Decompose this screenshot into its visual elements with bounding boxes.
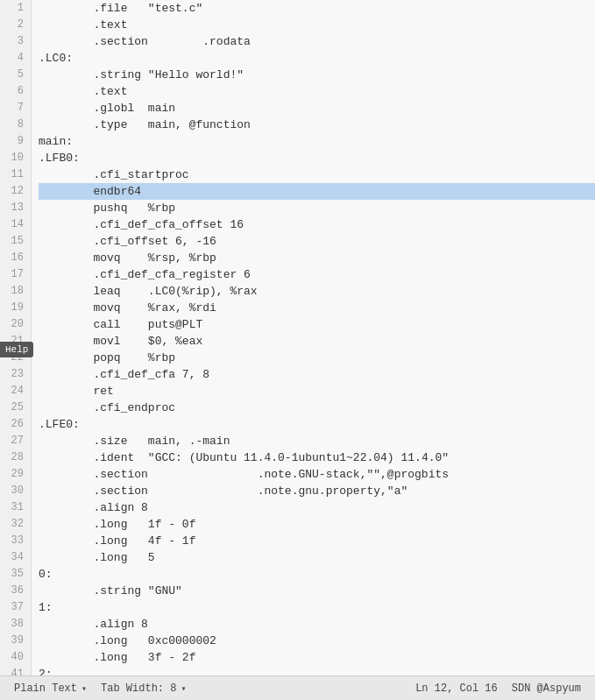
code-line: .LC0:	[39, 50, 595, 67]
line-number: 34	[7, 549, 24, 566]
code-line: endbr64	[39, 183, 595, 200]
code-line: ret	[39, 383, 595, 399]
line-number: 1	[7, 0, 24, 17]
line-number: 33	[7, 533, 24, 549]
code-line: .size main, .-main	[39, 433, 595, 449]
editor-area: 1234567891011121314151617181920212223242…	[0, 0, 595, 700]
code-line: .long 3f - 2f	[39, 649, 595, 666]
line-number: 4	[7, 50, 24, 67]
line-number: 8	[7, 117, 24, 133]
line-number: 5	[7, 67, 24, 83]
code-line: .section .rodata	[39, 33, 595, 50]
line-number: 41	[7, 666, 24, 675]
line-number: 11	[7, 166, 24, 183]
code-line: .cfi_def_cfa_register 6	[39, 266, 595, 283]
code-line: .section .note.gnu.property,"a"	[39, 483, 595, 499]
line-number: 36	[7, 583, 24, 599]
line-number: 32	[7, 516, 24, 533]
line-number: 18	[7, 283, 24, 300]
line-number: 10	[7, 150, 24, 166]
code-line: .LFE0:	[39, 416, 595, 433]
help-button[interactable]: Help	[0, 342, 33, 357]
code-line: .align 8	[39, 616, 595, 633]
line-number: 31	[7, 499, 24, 516]
line-number: 12	[7, 183, 24, 200]
code-line: .long 0xc0000002	[39, 633, 595, 649]
code-line: .string "GNU"	[39, 583, 595, 599]
code-line: 2:	[39, 666, 595, 675]
code-line: .cfi_def_cfa 7, 8	[39, 366, 595, 383]
code-container: 1234567891011121314151617181920212223242…	[0, 0, 595, 675]
code-line: leaq .LC0(%rip), %rax	[39, 283, 595, 300]
line-number: 38	[7, 616, 24, 633]
position-label: Ln 12, Col 16	[415, 682, 498, 695]
line-number: 28	[7, 449, 24, 466]
code-line: .text	[39, 17, 595, 33]
language-label: Plain Text	[14, 682, 77, 695]
line-number: 23	[7, 366, 24, 383]
line-number: 6	[7, 83, 24, 100]
line-number: 7	[7, 100, 24, 117]
code-line: .cfi_startproc	[39, 166, 595, 183]
line-number: 17	[7, 266, 24, 283]
line-number: 39	[7, 633, 24, 649]
code-line: .text	[39, 83, 595, 100]
code-line: .globl main	[39, 100, 595, 117]
user-info: SDN @Aspyum	[505, 682, 588, 695]
code-line: movq %rax, %rdi	[39, 300, 595, 316]
line-number: 2	[7, 17, 24, 33]
code-line: .string "Hello world!"	[39, 67, 595, 83]
line-number: 37	[7, 599, 24, 616]
line-number: 35	[7, 566, 24, 583]
code-line: .long 1f - 0f	[39, 516, 595, 533]
line-number: 15	[7, 233, 24, 250]
code-line: .LFB0:	[39, 150, 595, 166]
code-line: main:	[39, 133, 595, 150]
cursor-position: Ln 12, Col 16	[408, 682, 505, 695]
tab-width-chevron-icon: ▾	[181, 683, 186, 694]
code-line: movq %rsp, %rbp	[39, 250, 595, 266]
code-content[interactable]: .file "test.c" .text .section .rodata.LC…	[32, 0, 595, 675]
code-line: call puts@PLT	[39, 316, 595, 333]
line-number: 30	[7, 483, 24, 499]
line-number: 40	[7, 649, 24, 666]
code-line: .align 8	[39, 499, 595, 516]
line-number: 27	[7, 433, 24, 449]
code-line: .cfi_offset 6, -16	[39, 233, 595, 250]
line-number: 29	[7, 466, 24, 483]
line-numbers: 1234567891011121314151617181920212223242…	[0, 0, 32, 675]
line-number: 25	[7, 399, 24, 416]
line-number: 9	[7, 133, 24, 150]
code-line: 0:	[39, 566, 595, 583]
code-line: popq %rbp	[39, 350, 595, 366]
tab-width-selector[interactable]: Tab Width: 8 ▾	[94, 676, 193, 700]
line-number: 13	[7, 200, 24, 216]
language-chevron-icon: ▾	[81, 683, 87, 694]
line-number: 26	[7, 416, 24, 433]
line-number: 20	[7, 316, 24, 333]
language-selector[interactable]: Plain Text ▾	[7, 676, 94, 700]
code-line: .long 4f - 1f	[39, 533, 595, 549]
line-number: 16	[7, 250, 24, 266]
code-line: .file "test.c"	[39, 0, 595, 17]
code-line: .section .note.GNU-stack,"",@progbits	[39, 466, 595, 483]
code-line: .long 5	[39, 549, 595, 566]
line-number: 3	[7, 33, 24, 50]
code-line: .cfi_endproc	[39, 399, 595, 416]
code-line: 1:	[39, 599, 595, 616]
code-line: pushq %rbp	[39, 200, 595, 216]
code-line: .ident "GCC: (Ubuntu 11.4.0-1ubuntu1~22.…	[39, 449, 595, 466]
tab-width-label: Tab Width: 8	[101, 682, 176, 695]
code-line: movl $0, %eax	[39, 333, 595, 350]
line-number: 14	[7, 216, 24, 233]
status-bar: Plain Text ▾ Tab Width: 8 ▾ Ln 12, Col 1…	[0, 675, 595, 700]
code-line: .type main, @function	[39, 117, 595, 133]
user-label: SDN @Aspyum	[512, 682, 581, 695]
status-right: Ln 12, Col 16 SDN @Aspyum	[408, 682, 588, 695]
code-line: .cfi_def_cfa_offset 16	[39, 216, 595, 233]
line-number: 19	[7, 300, 24, 316]
line-number: 24	[7, 383, 24, 399]
